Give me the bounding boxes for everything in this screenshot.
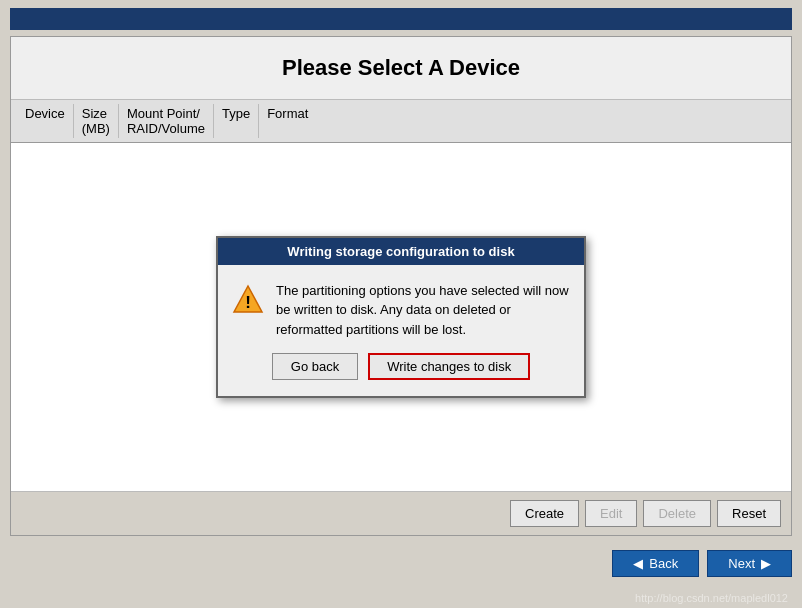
col-format: Format: [259, 104, 316, 138]
title-area: Please Select A Device: [11, 37, 791, 100]
next-arrow-icon: ▶: [761, 556, 771, 571]
table-header: Device Size(MB) Mount Point/RAID/Volume …: [11, 100, 791, 143]
dialog-buttons: Go back Write changes to disk: [232, 353, 570, 384]
bottom-nav: ◀ Back Next ▶: [0, 542, 802, 585]
next-label: Next: [728, 556, 755, 571]
back-label: Back: [649, 556, 678, 571]
bottom-toolbar: Create Edit Delete Reset: [11, 491, 791, 535]
next-button[interactable]: Next ▶: [707, 550, 792, 577]
warning-icon: !: [232, 283, 264, 315]
top-bar: [10, 8, 792, 30]
col-size: Size(MB): [74, 104, 119, 138]
dialog-message-text: The partitioning options you have select…: [276, 281, 570, 340]
page-title: Please Select A Device: [21, 55, 781, 81]
go-back-button[interactable]: Go back: [272, 353, 358, 380]
back-button[interactable]: ◀ Back: [612, 550, 699, 577]
col-device: Device: [17, 104, 74, 138]
content-area: Writing storage configuration to disk ! …: [11, 143, 791, 491]
dialog: Writing storage configuration to disk ! …: [216, 236, 586, 399]
delete-button[interactable]: Delete: [643, 500, 711, 527]
dialog-message-row: ! The partitioning options you have sele…: [232, 281, 570, 340]
create-button[interactable]: Create: [510, 500, 579, 527]
svg-text:!: !: [245, 293, 251, 312]
write-changes-button[interactable]: Write changes to disk: [368, 353, 530, 380]
col-type: Type: [214, 104, 259, 138]
dialog-body: ! The partitioning options you have sele…: [218, 265, 584, 397]
watermark: http://blog.csdn.net/mapledl012: [635, 592, 788, 604]
back-arrow-icon: ◀: [633, 556, 643, 571]
dialog-title: Writing storage configuration to disk: [218, 238, 584, 265]
main-container: Please Select A Device Device Size(MB) M…: [10, 36, 792, 536]
reset-button[interactable]: Reset: [717, 500, 781, 527]
col-mount: Mount Point/RAID/Volume: [119, 104, 214, 138]
edit-button[interactable]: Edit: [585, 500, 637, 527]
